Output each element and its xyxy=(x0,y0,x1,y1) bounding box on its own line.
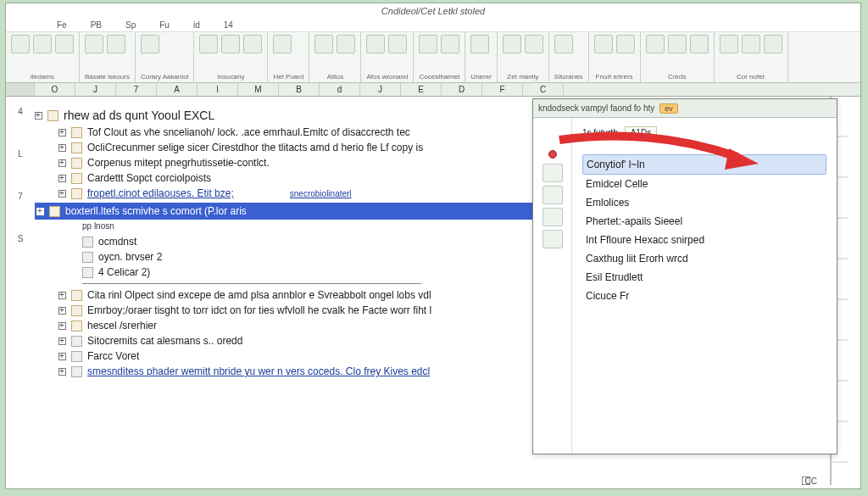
ribbon-button[interactable] xyxy=(594,35,613,53)
ribbon-group: Corary Aakaniol xyxy=(136,32,194,82)
ribbon-tab[interactable]: Sp xyxy=(125,20,136,30)
bullet-icon xyxy=(82,252,93,263)
row-number[interactable]: L xyxy=(6,149,35,192)
ribbon-button[interactable] xyxy=(388,35,407,53)
select-all-cell[interactable] xyxy=(6,83,35,96)
column-header[interactable]: A xyxy=(157,83,198,96)
column-header[interactable]: C xyxy=(523,83,564,96)
ribbon-button[interactable] xyxy=(742,35,760,53)
ribbon-button[interactable] xyxy=(764,35,782,53)
ribbon-tab[interactable]: Fu xyxy=(159,20,170,30)
outline-text: ocmdnst xyxy=(98,236,136,248)
bullet-icon xyxy=(71,366,82,377)
row-number[interactable]: 4 xyxy=(6,107,35,149)
menu-top-badge[interactable]: A1Ds xyxy=(625,126,657,139)
ribbon-group: Atlios xyxy=(309,32,361,82)
outline-text: boxterll.ltefs scmivhe s comort (P.lor a… xyxy=(65,205,247,217)
ribbon-button[interactable] xyxy=(366,35,385,53)
menu-item[interactable]: Caxthug liit Erorh wrcd xyxy=(582,249,826,268)
ribbon-button[interactable] xyxy=(441,35,459,53)
menu-item[interactable]: Esil Etrudlett xyxy=(582,268,826,287)
pane-icon[interactable] xyxy=(542,164,563,182)
menu-item[interactable]: Int Ffloure Hexacc snirped xyxy=(582,231,826,249)
ribbon-button[interactable] xyxy=(33,35,52,53)
expand-icon[interactable] xyxy=(58,129,66,137)
ribbon-button[interactable] xyxy=(11,35,30,53)
menu-item[interactable]: Conytiof' l~ln xyxy=(582,154,826,175)
view-icon[interactable] xyxy=(802,476,810,485)
column-header[interactable]: O xyxy=(35,83,75,96)
ribbon-group: Cdrds xyxy=(641,32,715,82)
expand-icon[interactable] xyxy=(58,353,66,360)
outline-text: Cita rinl Olpect sind excepe de amd plsa… xyxy=(87,289,431,301)
column-header[interactable]: M xyxy=(238,83,279,96)
ribbon-group-label: Atlios xyxy=(314,73,355,81)
ribbon-button[interactable] xyxy=(55,35,74,53)
ribbon-button[interactable] xyxy=(419,35,437,53)
column-header[interactable]: d xyxy=(320,83,360,96)
expand-icon[interactable] xyxy=(58,368,66,376)
row-number[interactable]: S xyxy=(6,234,35,276)
menu-item[interactable]: Cicuce Fr xyxy=(582,287,826,305)
ribbon-button[interactable] xyxy=(668,35,687,53)
ribbon-button[interactable] xyxy=(243,35,262,53)
menu-item[interactable]: Phertet:-apails Sieeel xyxy=(582,212,826,231)
expand-icon[interactable] xyxy=(36,208,44,215)
ribbon-button[interactable] xyxy=(646,35,665,53)
ribbon-button[interactable] xyxy=(314,35,333,53)
row-number[interactable]: 7 xyxy=(6,192,35,234)
ribbon-button[interactable] xyxy=(221,35,240,53)
ribbon-button[interactable] xyxy=(273,35,292,53)
column-header[interactable]: E xyxy=(401,83,442,96)
task-pane-header: kndodseck vampyl faond fo hty ev xyxy=(533,99,837,118)
ribbon-group-label: Insocany xyxy=(199,73,262,81)
ribbon-button[interactable] xyxy=(199,35,218,53)
task-pane-tab[interactable]: ev xyxy=(659,103,678,114)
ribbon-tab[interactable]: PB xyxy=(91,20,102,30)
ribbon-button[interactable] xyxy=(690,35,709,53)
expand-icon[interactable] xyxy=(58,307,66,315)
ribbon-tab[interactable]: Fe xyxy=(57,20,67,30)
column-header[interactable]: l xyxy=(198,83,238,96)
ribbon-button[interactable] xyxy=(554,35,573,53)
outline-text: 4 Celicar 2) xyxy=(98,266,150,278)
ribbon-button[interactable] xyxy=(616,35,635,53)
expand-icon[interactable] xyxy=(35,112,42,120)
expand-icon[interactable] xyxy=(58,292,66,299)
ribbon-button[interactable] xyxy=(525,35,543,53)
column-header[interactable]: 7 xyxy=(116,83,157,96)
ribbon-button[interactable] xyxy=(85,35,103,53)
expand-icon[interactable] xyxy=(58,175,66,182)
menu-item[interactable]: Emlolices xyxy=(582,193,826,212)
record-dot-icon[interactable] xyxy=(548,150,557,159)
pane-icon[interactable] xyxy=(542,186,563,204)
side-link[interactable]: snecrobiolinaterl xyxy=(290,189,352,198)
bullet-icon xyxy=(71,127,82,138)
column-header[interactable]: J xyxy=(360,83,401,96)
ribbon-group-label: Sitoranes xyxy=(554,73,583,81)
ribbon-button[interactable] xyxy=(503,35,521,53)
column-header[interactable]: J xyxy=(75,83,116,96)
expand-icon[interactable] xyxy=(58,322,66,330)
column-header[interactable]: B xyxy=(279,83,320,96)
pane-icon[interactable] xyxy=(542,208,563,226)
menu-item[interactable]: Emidcel Celle xyxy=(582,175,826,193)
ribbon-tab[interactable]: id xyxy=(193,20,200,30)
column-header[interactable]: F xyxy=(482,83,523,96)
ribbon-button[interactable] xyxy=(141,35,159,53)
ribbon-button[interactable] xyxy=(337,35,355,53)
ribbon-button[interactable] xyxy=(470,35,489,53)
ribbon-group-label: Corary Aakaniol xyxy=(141,73,188,81)
task-pane-menu: 1s futurth A1Ds Conytiof' l~lnEmidcel Ce… xyxy=(572,118,837,454)
ribbon-button[interactable] xyxy=(720,35,738,53)
ribbon-tabs: Fe PB Sp Fu id 14 xyxy=(6,19,860,32)
expand-icon[interactable] xyxy=(58,144,66,152)
outline-text: Sitocremits cat alesmans s.. oredd xyxy=(87,335,242,347)
ribbon-button[interactable] xyxy=(107,35,125,53)
column-header[interactable]: D xyxy=(442,83,482,96)
expand-icon[interactable] xyxy=(58,159,66,167)
expand-icon[interactable] xyxy=(58,190,66,198)
pane-icon[interactable] xyxy=(542,230,563,248)
ribbon-tab[interactable]: 14 xyxy=(224,20,233,30)
expand-icon[interactable] xyxy=(58,337,66,345)
